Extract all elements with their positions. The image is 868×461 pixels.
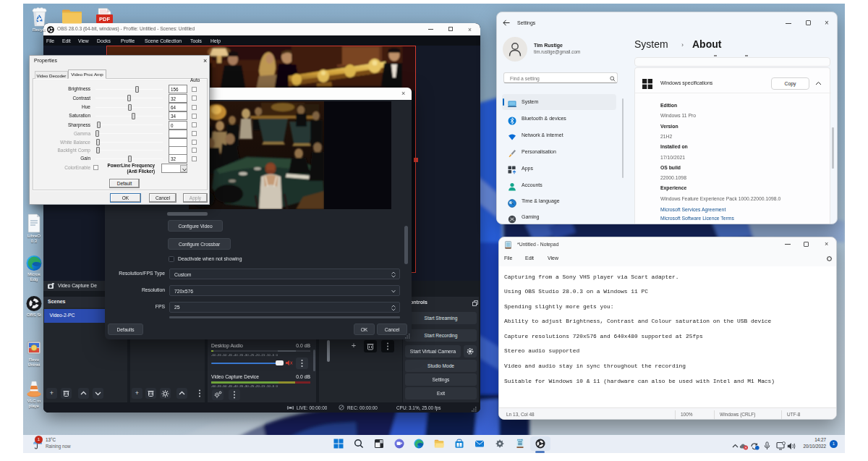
svg-text:PDF: PDF [99, 16, 110, 22]
